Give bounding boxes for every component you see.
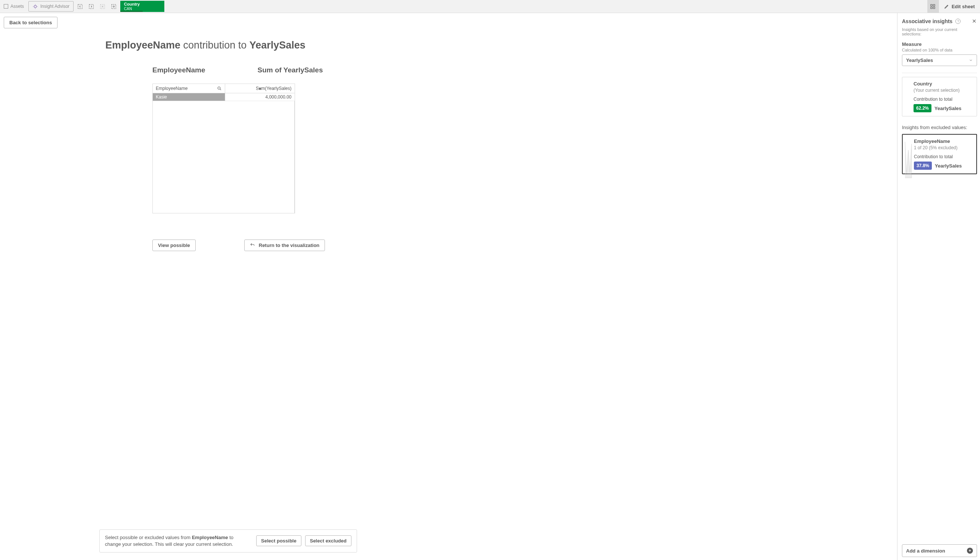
excluded-card-contrib-label: Contribution to total (914, 154, 972, 159)
plus-circle-icon: + (967, 548, 973, 554)
pencil-icon (944, 4, 949, 9)
panel-title: Associative insights (902, 18, 952, 24)
excluded-card-pct-badge: 37.8% (914, 162, 932, 170)
title-dimension: EmployeeName (105, 40, 181, 51)
edit-sheet-button[interactable]: Edit sheet (938, 0, 980, 13)
edit-sheet-label: Edit sheet (952, 4, 975, 9)
top-toolbar: Assets Insight Advisor Country (0, 0, 980, 13)
content-area: Back to selections EmployeeName contribu… (0, 13, 897, 560)
add-dimension-button[interactable]: Add a dimension + (902, 544, 977, 557)
measure-dropdown[interactable]: YearlySales (902, 55, 977, 66)
add-dimension-label: Add a dimension (906, 548, 945, 554)
panel-subtitle: Insights based on your current selection… (902, 27, 977, 36)
assets-icon (4, 4, 8, 8)
excluded-card-title: EmployeeName (914, 138, 972, 144)
row-value: 4,000,000.00 (225, 93, 295, 101)
svg-rect-1 (78, 4, 82, 8)
svg-point-0 (34, 5, 36, 7)
excluded-card-subtitle: 1 of 20 (5% excluded) (914, 145, 972, 150)
title-middle: contribution to (181, 40, 249, 51)
measure-section-label: Measure (902, 42, 977, 47)
current-card-measure: YearlySales (935, 106, 961, 111)
current-card-contrib-label: Contribution to total (913, 97, 972, 102)
svg-rect-7 (933, 4, 935, 6)
svg-point-5 (113, 6, 114, 7)
measure-dropdown-value: YearlySales (906, 57, 933, 63)
table-empty-area (153, 101, 295, 213)
excluded-card-measure: YearlySales (935, 163, 962, 168)
return-label: Return to the visualization (259, 243, 320, 248)
insight-icon (32, 4, 38, 9)
sort-desc-icon: ▼ (258, 87, 262, 91)
current-card-pct-badge: 62.2% (913, 104, 932, 112)
excluded-values-header: Insights from excluded values: (902, 125, 977, 130)
select-excluded-button[interactable]: Select excluded (305, 535, 351, 546)
insight-advisor-label: Insight Advisor (40, 4, 69, 9)
column-header-dimension: EmployeeName (152, 66, 206, 74)
svg-rect-2 (89, 4, 93, 8)
view-possible-button[interactable]: View possible (152, 240, 196, 251)
current-card-title: Country (913, 81, 972, 87)
current-card-subtitle: (Your current selection) (913, 88, 972, 93)
info-bar: Select possible or excluded values from … (99, 529, 357, 553)
svg-rect-4 (111, 4, 115, 8)
associative-insights-panel: Associative insights ? Insights based on… (897, 13, 980, 560)
table-row[interactable]: Kasie 4,000,000.00 (153, 93, 295, 101)
selection-field-label: Country (124, 2, 161, 6)
data-table: EmployeeName ▼ Sum(YearlySales) (152, 83, 295, 213)
current-selection-card[interactable]: Country (Your current selection) Contrib… (902, 77, 977, 117)
svg-rect-9 (933, 7, 935, 8)
associative-insights-toggle[interactable] (927, 0, 938, 13)
excluded-insight-card[interactable]: EmployeeName 1 of 20 (5% excluded) Contr… (902, 134, 977, 174)
selections-tool-button[interactable] (108, 1, 119, 12)
svg-point-10 (218, 87, 220, 90)
svg-rect-8 (931, 7, 932, 8)
svg-rect-6 (931, 4, 932, 6)
chevron-down-icon (969, 58, 973, 62)
selection-value-label: CAN (124, 7, 161, 11)
table-header-dimension[interactable]: EmployeeName (153, 84, 225, 93)
return-arrow-icon (250, 243, 255, 248)
measure-section-hint: Calculated on 100% of data (902, 48, 977, 52)
table-header-measure[interactable]: ▼ Sum(YearlySales) (225, 84, 295, 93)
select-possible-button[interactable]: Select possible (256, 535, 301, 546)
column-header-measure: Sum of YearlySales (258, 66, 323, 74)
selection-tag-country[interactable]: Country CAN (120, 1, 164, 12)
page-title: EmployeeName contribution to YearlySales (105, 40, 897, 51)
row-name: Kasie (153, 93, 225, 101)
back-to-selections-button[interactable]: Back to selections (4, 17, 57, 28)
return-to-visualization-button[interactable]: Return to the visualization (244, 240, 325, 251)
clear-selections-button[interactable] (97, 1, 108, 12)
step-forward-button[interactable] (85, 1, 97, 12)
insight-advisor-button[interactable]: Insight Advisor (28, 1, 74, 12)
step-back-button[interactable] (74, 1, 85, 12)
search-icon[interactable] (217, 86, 222, 91)
assets-label: Assets (10, 4, 24, 9)
assets-button[interactable]: Assets (0, 0, 28, 13)
info-text: Select possible or excluded values from … (105, 534, 249, 548)
title-measure: YearlySales (249, 40, 306, 51)
help-icon[interactable]: ? (955, 19, 961, 24)
close-icon[interactable] (972, 19, 977, 24)
sparkline-icon (904, 138, 912, 179)
